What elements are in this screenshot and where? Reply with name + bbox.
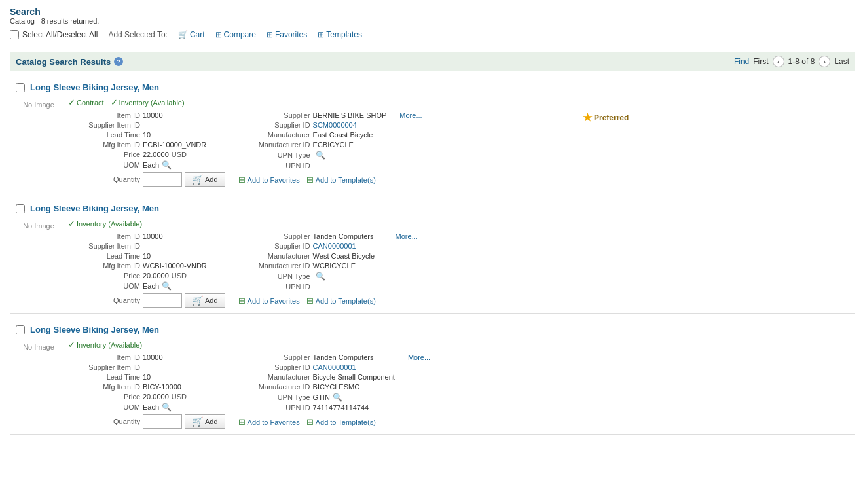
right-panel-top-2: More...	[396, 232, 625, 240]
field-row-right-2-1: Supplier IDCAN0000001	[238, 242, 382, 250]
field-label-item-id-3: Item ID	[68, 353, 140, 361]
upn-search-icon-3[interactable]: 🔍	[333, 393, 342, 402]
more-link-1[interactable]: More...	[399, 111, 422, 119]
item-title-1[interactable]: Long Sleeve Biking Jersey, Men	[30, 82, 159, 92]
badge-inventory-(available): ✓ Inventory (Available)	[68, 340, 142, 350]
results-header: Catalog Search Results ? Find First ‹ 1-…	[10, 52, 855, 71]
field-row-left-2-2: Lead Time10	[68, 252, 225, 260]
star-icon: ★	[583, 111, 592, 124]
field-row-left-3-4: Price20.0000 USD	[68, 393, 225, 401]
add-to-templates-button-1[interactable]: ⊞ Add to Template(s)	[306, 175, 376, 185]
templates-link[interactable]: ⊞ Templates	[318, 30, 362, 39]
field-value-link-supplier-id-3[interactable]: CAN0000001	[313, 363, 356, 371]
compare-link[interactable]: ⊞ Compare	[215, 30, 256, 39]
favorites-label: Favorites	[275, 30, 307, 39]
field-value-link-supplier-id-2[interactable]: CAN0000001	[313, 242, 356, 250]
upn-search-icon-1[interactable]: 🔍	[316, 151, 325, 160]
field-value-manufacturer-right-2: West Coast Bicycle	[313, 252, 375, 260]
last-label: Last	[834, 57, 849, 66]
select-all-label: Select All/Deselect All	[22, 30, 98, 39]
preferred-badge-1: ★ Preferred	[583, 111, 629, 124]
item-title-2[interactable]: Long Sleeve Biking Jersey, Men	[30, 204, 159, 213]
field-value-mfg-item-id-2: WCBI-10000-VNDR	[143, 262, 207, 270]
field-label-lead-time-2: Lead Time	[68, 252, 140, 260]
field-row-left-1-1: Supplier Item ID	[68, 121, 225, 129]
field-label-price-1: Price	[68, 151, 140, 158]
field-row-left-3-1: Supplier Item ID	[68, 363, 225, 371]
more-link-3[interactable]: More...	[408, 353, 430, 361]
qty-input-1[interactable]	[143, 172, 182, 187]
field-row-left-1-2: Lead Time10	[68, 131, 225, 139]
qty-label-3: Quantity	[68, 418, 140, 425]
field-row-left-2-0: Item ID10000	[68, 232, 225, 240]
add-to-cart-button-2[interactable]: 🛒 Add	[185, 293, 225, 308]
field-label-right-manufacturer-3: Manufacturer	[238, 373, 310, 381]
field-value-lead-time-2: 10	[143, 252, 151, 260]
cart-link[interactable]: 🛒 Cart	[178, 30, 205, 39]
field-row-right-2-5: UPN ID	[238, 283, 382, 291]
field-row-right-3-1: Supplier IDCAN0000001	[238, 363, 395, 371]
field-value-manufacturer-right-3: Bicycle Small Component	[313, 373, 395, 381]
item-body-1: No Image✓ Contract✓ Inventory (Available…	[16, 98, 849, 187]
right-panel-3: More...	[408, 353, 637, 429]
result-items-list: Long Sleeve Biking Jersey, MenNo Image✓ …	[10, 77, 855, 435]
prev-page-button[interactable]: ‹	[773, 56, 784, 67]
add-to-cart-button-1[interactable]: 🛒 Add	[185, 172, 225, 187]
field-value-link-supplier-id-1[interactable]: SCM0000004	[313, 121, 357, 129]
select-all-checkbox[interactable]	[10, 30, 19, 39]
item-checkbox-3[interactable]	[16, 325, 25, 334]
field-row-right-1-0: SupplierBERNIE'S BIKE SHOP	[238, 111, 387, 119]
uom-search-icon-2[interactable]: 🔍	[162, 281, 172, 291]
add-to-favorites-button-1[interactable]: ⊞ Add to Favorites	[238, 175, 300, 185]
field-row-left-3-3: Mfg Item IDBICY-10000	[68, 383, 225, 391]
uom-row-1: UOMEach🔍	[68, 160, 225, 170]
add-to-templates-button-3[interactable]: ⊞ Add to Template(s)	[306, 417, 376, 427]
field-label-right-supplier-id-2: Supplier ID	[238, 242, 310, 250]
compare-icon: ⊞	[215, 30, 222, 39]
find-button[interactable]: Find	[734, 57, 749, 66]
more-link-2[interactable]: More...	[396, 232, 418, 240]
field-label-right-upn-type-3: UPN Type	[238, 393, 310, 401]
item-title-3[interactable]: Long Sleeve Biking Jersey, Men	[30, 325, 159, 334]
item-header-1: Long Sleeve Biking Jersey, Men	[16, 82, 849, 92]
add-to-favorites-button-3[interactable]: ⊞ Add to Favorites	[238, 417, 300, 427]
field-row-left-2-3: Mfg Item IDWCBI-10000-VNDR	[68, 262, 225, 270]
item-details-3: ✓ Inventory (Available)Item ID10000Suppl…	[68, 340, 849, 429]
uom-search-icon-3[interactable]: 🔍	[162, 403, 172, 412]
add-to-favorites-button-2[interactable]: ⊞ Add to Favorites	[238, 296, 300, 306]
qty-label-2: Quantity	[68, 297, 140, 304]
first-label: First	[753, 57, 768, 66]
qty-input-2[interactable]	[143, 293, 182, 308]
badge-inventory-(available): ✓ Inventory (Available)	[111, 98, 185, 107]
field-row-right-2-0: SupplierTanden Computers	[238, 232, 382, 240]
field-value-price-2: 20.0000	[143, 272, 169, 279]
upn-search-icon-2[interactable]: 🔍	[316, 272, 325, 281]
field-value-upn-type-right-3: GTIN	[313, 393, 330, 401]
add-to-cart-button-3[interactable]: 🛒 Add	[185, 414, 225, 429]
favorites-link[interactable]: ⊞ Favorites	[267, 30, 307, 39]
field-label-lead-time-1: Lead Time	[68, 131, 140, 139]
item-header-2: Long Sleeve Biking Jersey, Men	[16, 204, 849, 213]
field-value-manufacturer-id-right-3: BICYCLESMC	[313, 383, 360, 391]
result-item-2: Long Sleeve Biking Jersey, MenNo Image✓ …	[10, 198, 855, 314]
item-image-1: No Image	[16, 98, 62, 187]
result-item-1: Long Sleeve Biking Jersey, MenNo Image✓ …	[10, 77, 855, 192]
qty-input-3[interactable]	[143, 414, 182, 429]
field-label-right-upn-id-3: UPN ID	[238, 404, 310, 412]
action-buttons-right-2: ⊞ Add to Favorites⊞ Add to Template(s)	[238, 296, 382, 306]
right-panel-top-1: More...★ Preferred	[399, 111, 629, 124]
select-all-area: Select All/Deselect All	[10, 30, 98, 39]
item-body-2: No Image✓ Inventory (Available)Item ID10…	[16, 219, 849, 308]
field-row-right-2-2: ManufacturerWest Coast Bicycle	[238, 252, 382, 260]
item-checkbox-1[interactable]	[16, 83, 25, 92]
uom-search-icon-1[interactable]: 🔍	[162, 160, 172, 170]
field-label-right-upn-id-1: UPN ID	[238, 162, 310, 170]
result-item-3: Long Sleeve Biking Jersey, MenNo Image✓ …	[10, 319, 855, 435]
results-info-icon[interactable]: ?	[114, 57, 123, 66]
field-value-upn-id-right-3: 74114774114744	[313, 404, 369, 412]
next-page-button[interactable]: ›	[819, 56, 830, 67]
field-row-right-1-1: Supplier IDSCM0000004	[238, 121, 387, 129]
add-to-templates-button-2[interactable]: ⊞ Add to Template(s)	[306, 296, 376, 306]
item-checkbox-2[interactable]	[16, 204, 25, 213]
field-label-supplier-item-id-3: Supplier Item ID	[68, 363, 140, 371]
